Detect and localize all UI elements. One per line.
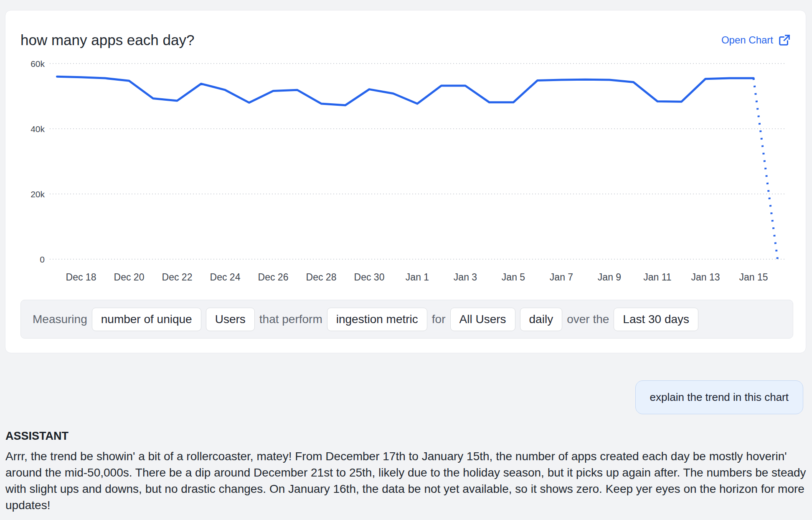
- metric-definition-bar: Measuringnumber of uniqueUsersthat perfo…: [20, 300, 793, 339]
- measuring-label: Measuring: [33, 313, 87, 326]
- chart-line-projection: [754, 78, 778, 259]
- entity-selector[interactable]: Users: [206, 308, 255, 331]
- over-the-label: over the: [567, 313, 609, 326]
- x-axis-tick: Jan 3: [454, 272, 477, 283]
- y-axis-tick-0: 0: [40, 255, 45, 264]
- x-axis-tick: Dec 24: [210, 272, 241, 283]
- assistant-label: ASSISTANT: [5, 430, 69, 443]
- x-axis-tick: Jan 5: [502, 272, 525, 283]
- y-axis-tick-40k: 40k: [30, 124, 45, 134]
- x-axis-tick: Dec 26: [258, 272, 289, 283]
- line-chart[interactable]: 020k40k60kDec 18Dec 20Dec 22Dec 24Dec 26…: [5, 51, 807, 293]
- open-chart-link[interactable]: Open Chart: [721, 34, 791, 46]
- x-axis-tick: Jan 13: [691, 272, 720, 283]
- open-chart-label: Open Chart: [721, 34, 773, 46]
- x-axis-tick: Dec 30: [354, 272, 385, 283]
- user-message-text: explain the trend in this chart: [650, 391, 789, 404]
- that-perform-label: that perform: [259, 313, 322, 326]
- x-axis-tick: Dec 22: [162, 272, 193, 283]
- event-selector[interactable]: ingestion metric: [327, 308, 427, 331]
- segment-selector[interactable]: All Users: [450, 308, 515, 331]
- x-axis-tick: Jan 1: [406, 272, 429, 283]
- user-message-bubble: explain the trend in this chart: [635, 380, 803, 414]
- analytics-chat-page: how many apps each day? Open Chart 020k4…: [0, 0, 812, 520]
- for-label: for: [432, 313, 446, 326]
- date-range-selector[interactable]: Last 30 days: [614, 308, 698, 331]
- y-axis-tick-60k: 60k: [30, 59, 45, 69]
- x-axis-tick: Jan 7: [550, 272, 573, 283]
- assistant-message: Arrr, the trend be showin' a bit of a ro…: [5, 448, 809, 513]
- external-link-icon: [778, 34, 791, 46]
- x-axis-tick: Jan 11: [643, 272, 671, 283]
- chart-card-header: how many apps each day? Open Chart: [20, 30, 791, 51]
- x-axis-tick: Jan 9: [598, 272, 621, 283]
- chart-line-series: [57, 76, 754, 105]
- x-axis-tick: Dec 28: [306, 272, 337, 283]
- interval-selector[interactable]: daily: [520, 308, 563, 331]
- chart-title: how many apps each day?: [20, 30, 194, 51]
- x-axis-tick: Jan 15: [739, 272, 768, 283]
- chart-card: how many apps each day? Open Chart 020k4…: [5, 10, 806, 353]
- x-axis-tick: Dec 20: [114, 272, 145, 283]
- measurement-type-selector[interactable]: number of unique: [92, 308, 201, 331]
- y-axis-tick-20k: 20k: [30, 189, 45, 199]
- x-axis-tick: Dec 18: [66, 272, 96, 283]
